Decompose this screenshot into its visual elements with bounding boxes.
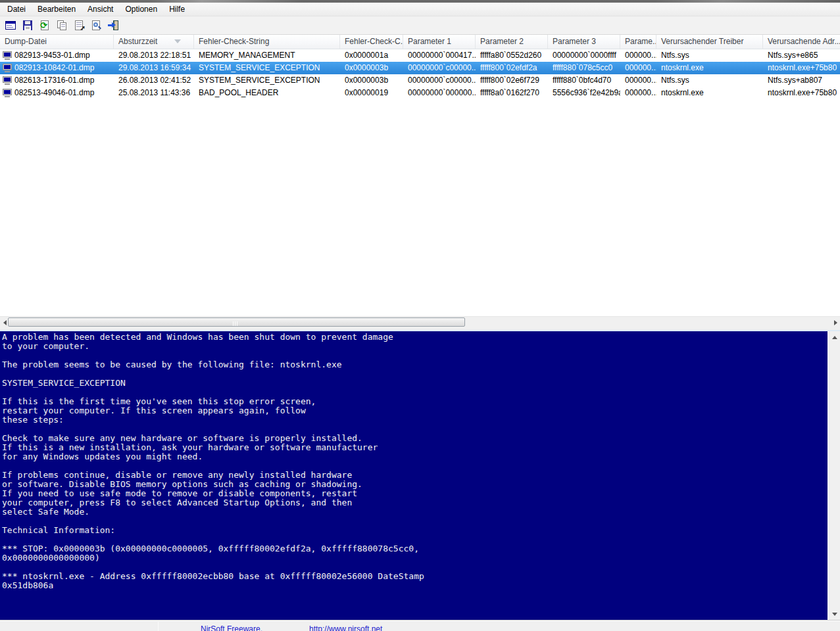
dump-file-name: 082613-17316-01.dmp	[14, 74, 94, 87]
list-empty-area	[0, 99, 840, 316]
bug-check-code: 0x0000001a	[340, 49, 403, 62]
parameter-2: fffff8a0`0162f270	[476, 87, 548, 99]
dump-file-name: 082513-49046-01.dmp	[14, 87, 94, 99]
bug-check-code: 0x0000003b	[340, 74, 403, 87]
properties-button[interactable]: ➚	[72, 18, 87, 33]
save-icon	[22, 20, 34, 31]
caused-by-address: ntoskrnl.exe+75b80	[763, 87, 840, 99]
bug-check-string: MEMORY_MANAGEMENT	[194, 49, 340, 62]
crash-time: 29.08.2013 22:18:51	[114, 49, 194, 62]
parameter-2: fffff800`02e6f729	[476, 74, 548, 87]
advanced-options-button[interactable]	[3, 18, 18, 33]
parameter-3: 5556c936`f2e42b9a	[548, 87, 620, 99]
bug-check-code: 0x00000019	[340, 87, 403, 99]
caused-by-driver: Ntfs.sys	[656, 74, 763, 87]
nirsoft-url-link[interactable]: http://www.nirsoft.net	[309, 624, 382, 631]
horizontal-scrollbar-thumb[interactable]	[8, 317, 465, 327]
list-header: Dump-Datei Absturzzeit Fehler-Check-Stri…	[0, 35, 840, 49]
toolbar: ⟳ ➚	[0, 16, 840, 35]
bug-check-string: SYSTEM_SERVICE_EXCEPTION	[194, 62, 340, 74]
dump-file-icon	[3, 51, 12, 60]
bug-check-string: BAD_POOL_HEADER	[194, 87, 340, 99]
table-row[interactable]: 082513-49046-01.dmp 25.08.2013 11:43:36 …	[0, 87, 840, 99]
parameter-4: 000000...	[620, 74, 656, 87]
parameter-3: fffff880`0bfc4d70	[548, 74, 620, 87]
status-bar: NirSoft Freeware. http://www.nirsoft.net	[0, 620, 840, 631]
column-header-dump-datei[interactable]: Dump-Datei	[0, 35, 114, 49]
dump-file-name: 082913-10842-01.dmp	[14, 62, 94, 74]
scrollbar-grip	[233, 321, 237, 326]
find-button[interactable]	[89, 18, 104, 33]
scroll-right-arrow-icon[interactable]	[831, 317, 840, 328]
horizontal-scrollbar[interactable]	[0, 316, 840, 327]
parameter-3: fffff880`078c5cc0	[548, 62, 620, 74]
parameter-1: 00000000`000417...	[403, 49, 476, 62]
bug-check-code: 0x0000003b	[340, 62, 403, 74]
copy-button[interactable]	[55, 18, 70, 33]
refresh-button[interactable]: ⟳	[37, 18, 53, 33]
crash-time: 25.08.2013 11:43:36	[114, 87, 194, 99]
table-row[interactable]: 082613-17316-01.dmp 26.08.2013 02:41:52 …	[0, 74, 840, 87]
menu-bar: Datei Bearbeiten Ansicht Optionen Hilfe	[0, 3, 840, 16]
dump-file-name: 082913-9453-01.dmp	[14, 49, 90, 62]
parameter-1: 00000000`c00000...	[403, 74, 476, 87]
scroll-up-arrow-icon[interactable]	[829, 332, 840, 342]
column-header-verursachende-adresse[interactable]: Verursachende Adr...	[763, 35, 840, 49]
refresh-icon: ⟳	[39, 20, 51, 31]
column-header-fehler-check-code[interactable]: Fehler-Check-C...	[340, 35, 403, 49]
parameter-2: fffff800`02efdf2a	[476, 62, 548, 74]
parameter-4: 000000...	[620, 62, 656, 74]
column-header-parameter-3[interactable]: Parameter 3	[548, 35, 620, 49]
crash-time: 26.08.2013 02:41:52	[114, 74, 194, 87]
dump-file-icon	[3, 76, 12, 85]
caused-by-address: Ntfs.sys+e865	[763, 49, 840, 62]
table-row[interactable]: 082913-9453-01.dmp 29.08.2013 22:18:51 M…	[0, 49, 840, 62]
scroll-down-arrow-icon[interactable]	[829, 609, 840, 619]
crash-time: 29.08.2013 16:59:34	[114, 62, 194, 74]
exit-icon	[108, 20, 119, 31]
menu-bearbeiten[interactable]: Bearbeiten	[32, 3, 82, 16]
column-header-absturzzeit[interactable]: Absturzzeit	[114, 35, 194, 49]
statusbar-separator	[158, 622, 159, 631]
menu-ansicht[interactable]: Ansicht	[82, 3, 119, 16]
save-button[interactable]	[20, 18, 36, 33]
vertical-scrollbar[interactable]	[828, 331, 840, 620]
parameter-4: 000000...	[620, 49, 656, 62]
column-header-parameter-1[interactable]: Parameter 1	[403, 35, 476, 49]
freeware-label: NirSoft Freeware.	[201, 624, 262, 631]
exit-button[interactable]	[106, 18, 121, 33]
menu-optionen[interactable]: Optionen	[119, 3, 163, 16]
parameter-1: 00000000`c00000...	[403, 62, 476, 74]
advanced-options-icon	[5, 20, 16, 31]
table-row-selected[interactable]: 082913-10842-01.dmp 29.08.2013 16:59:34 …	[0, 62, 840, 74]
dump-file-icon	[3, 89, 12, 97]
caused-by-address: Ntfs.sys+ab807	[763, 74, 840, 87]
dump-file-icon	[3, 64, 12, 72]
sort-descending-icon	[174, 39, 181, 43]
parameter-1: 00000000`000000...	[403, 87, 476, 99]
column-header-parameter-4[interactable]: Parame...	[620, 35, 656, 49]
menu-datei[interactable]: Datei	[1, 3, 32, 16]
bsod-text: A problem has been detected and Windows …	[2, 333, 424, 590]
column-header-verursachender-treiber[interactable]: Verursachender Treiber	[656, 35, 763, 49]
blue-screen-preview-pane: A problem has been detected and Windows …	[0, 330, 840, 620]
find-icon	[91, 20, 102, 31]
bug-check-string: SYSTEM_SERVICE_EXCEPTION	[194, 74, 340, 87]
parameter-2: fffffa80`0552d260	[476, 49, 548, 62]
caused-by-driver: Ntfs.sys	[656, 49, 763, 62]
caused-by-address: ntoskrnl.exe+75b80	[763, 62, 840, 74]
caused-by-driver: ntoskrnl.exe	[656, 62, 763, 74]
menu-hilfe[interactable]: Hilfe	[163, 3, 191, 16]
parameter-4: 000000...	[620, 87, 656, 99]
properties-icon: ➚	[74, 20, 85, 31]
copy-icon	[57, 20, 68, 31]
parameter-3: 00000000`0000ffff	[548, 49, 620, 62]
column-header-fehler-check-string[interactable]: Fehler-Check-String	[194, 35, 340, 49]
column-header-parameter-2[interactable]: Parameter 2	[476, 35, 548, 49]
crash-dump-list: Dump-Datei Absturzzeit Fehler-Check-Stri…	[0, 35, 840, 327]
caused-by-driver: ntoskrnl.exe	[656, 87, 763, 99]
